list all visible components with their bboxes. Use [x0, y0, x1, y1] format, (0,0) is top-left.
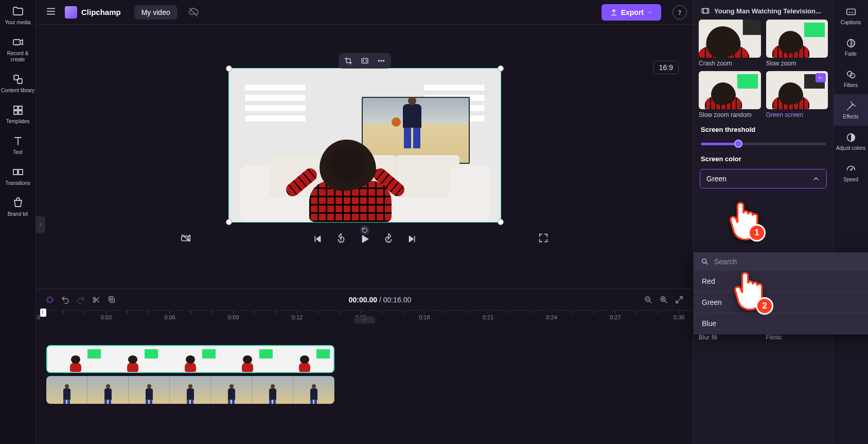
nav-label: Brand kit [8, 211, 28, 217]
color-option-blue[interactable]: Blue [694, 313, 868, 334]
track-clip-top[interactable] [46, 345, 334, 373]
nav-label: Templates [6, 118, 30, 125]
playback-controls: 5 5 [36, 223, 693, 250]
nav-content-library[interactable]: Content library [0, 68, 36, 99]
color-search-input[interactable] [714, 258, 868, 266]
time-display: 00:00.00 / 00:16.00 [122, 296, 637, 304]
zoom-in-icon[interactable] [659, 295, 668, 304]
effect-crash-zoom[interactable]: Crash zoom [699, 20, 761, 67]
threshold-label: Screen threshold [694, 118, 833, 136]
svg-point-9 [680, 14, 680, 14]
chevron-up-icon [812, 175, 820, 183]
help-button[interactable] [672, 5, 687, 20]
svg-rect-24 [846, 9, 855, 15]
app-logo[interactable]: Clipchamp [65, 6, 121, 19]
skip-end-icon[interactable] [406, 233, 418, 245]
playhead[interactable] [40, 309, 46, 317]
svg-point-13 [383, 60, 384, 61]
color-dropdown-list: Red Green Blue [694, 252, 868, 334]
svg-text:5: 5 [387, 238, 389, 242]
svg-point-12 [380, 60, 381, 61]
fullscreen-icon[interactable] [538, 232, 549, 244]
mute-icon[interactable] [180, 232, 191, 244]
nav-text[interactable]: Text [0, 130, 36, 161]
svg-rect-3 [14, 106, 17, 110]
track-clip-bottom[interactable] [46, 376, 334, 404]
tab-effects[interactable]: Effects [834, 94, 868, 126]
copy-icon[interactable] [107, 295, 116, 304]
timeline-toolbar: 00:00.00 / 00:16.00 [36, 288, 693, 310]
effect-active-badge-icon [816, 73, 826, 82]
undo-icon[interactable] [61, 295, 70, 304]
more-icon[interactable] [377, 56, 386, 65]
play-icon[interactable] [359, 232, 370, 246]
nav-transitions[interactable]: Transitions [0, 161, 36, 192]
zoom-out-icon[interactable] [644, 295, 653, 304]
svg-point-11 [378, 60, 379, 61]
effect-green-screen[interactable]: Green screen [766, 71, 828, 118]
nav-label: Your media [5, 20, 30, 26]
effects-panel: Young Man Watching Television... Crash z… [693, 0, 833, 444]
nav-label: Content library [1, 88, 34, 94]
tab-speed[interactable]: Speed [834, 157, 868, 189]
video-preview[interactable] [228, 68, 501, 223]
resize-handle-tl[interactable] [226, 65, 232, 72]
time-current: 00:00.00 [349, 296, 377, 304]
svg-rect-5 [14, 111, 17, 114]
nav-label: Record & create [0, 50, 36, 63]
screen-color-dropdown[interactable]: Green [700, 169, 827, 189]
svg-rect-22 [702, 9, 709, 13]
fit-timeline-icon[interactable] [675, 295, 684, 304]
crop-icon[interactable] [344, 56, 353, 65]
svg-rect-4 [19, 106, 22, 110]
tab-adjust-colors[interactable]: Adjust colors [834, 126, 868, 157]
nav-templates[interactable]: Templates [0, 99, 36, 130]
resize-handle-tr[interactable] [498, 65, 504, 72]
color-option-red[interactable]: Red [694, 271, 868, 292]
time-total: 00:16.00 [383, 296, 412, 304]
redo-icon[interactable] [76, 295, 85, 304]
timeline-tracks[interactable] [36, 323, 693, 444]
skip-start-icon[interactable] [312, 233, 323, 245]
tab-fade[interactable]: Fade [834, 31, 868, 63]
collapse-timeline-button[interactable] [355, 316, 375, 323]
rewind-5-icon[interactable]: 5 [335, 233, 347, 245]
svg-rect-8 [19, 169, 23, 175]
tab-captions[interactable]: Captions [834, 0, 868, 31]
fit-icon[interactable] [360, 56, 369, 65]
color-option-green[interactable]: Green [694, 292, 868, 313]
forward-5-icon[interactable]: 5 [383, 233, 394, 245]
nav-brand-kit[interactable]: Brand kit [0, 192, 36, 223]
cloud-sync-off-icon[interactable] [188, 7, 199, 18]
svg-rect-7 [13, 169, 17, 175]
export-label: Export [621, 8, 644, 16]
split-icon[interactable] [92, 295, 101, 304]
effect-slow-zoom[interactable]: Slow zoom [766, 20, 828, 67]
clip-title: Young Man Watching Television... [714, 7, 826, 15]
app-topbar: Clipchamp My video Export [36, 0, 693, 25]
svg-point-29 [851, 169, 852, 170]
nav-label: Text [13, 149, 22, 156]
right-property-rail: Captions Fade Filters Effects Adjust col… [833, 0, 868, 444]
export-button[interactable]: Export [601, 4, 661, 21]
svg-text:5: 5 [340, 238, 342, 242]
ai-sparkle-icon[interactable] [45, 295, 55, 304]
menu-button[interactable] [42, 3, 60, 22]
effect-slow-zoom-random[interactable]: Slow zoom random [699, 71, 761, 118]
svg-rect-0 [13, 40, 20, 45]
clip-icon [701, 6, 710, 15]
color-search-row [694, 252, 868, 271]
project-title[interactable]: My video [134, 5, 178, 20]
nav-your-media[interactable]: Your media [0, 0, 36, 31]
screen-color-label: Screen color [694, 148, 833, 166]
threshold-slider[interactable] [701, 139, 826, 148]
left-nav-rail: Your media Record & create Content libra… [0, 0, 36, 444]
dropdown-value: Green [706, 175, 727, 183]
nav-label: Transitions [5, 180, 30, 186]
search-icon [701, 258, 709, 266]
tab-filters[interactable]: Filters [834, 63, 868, 94]
aspect-ratio-badge[interactable]: 16:9 [653, 61, 679, 74]
nav-record-create[interactable]: Record & create [0, 31, 36, 68]
app-name: Clipchamp [81, 8, 121, 16]
svg-rect-6 [19, 111, 22, 114]
